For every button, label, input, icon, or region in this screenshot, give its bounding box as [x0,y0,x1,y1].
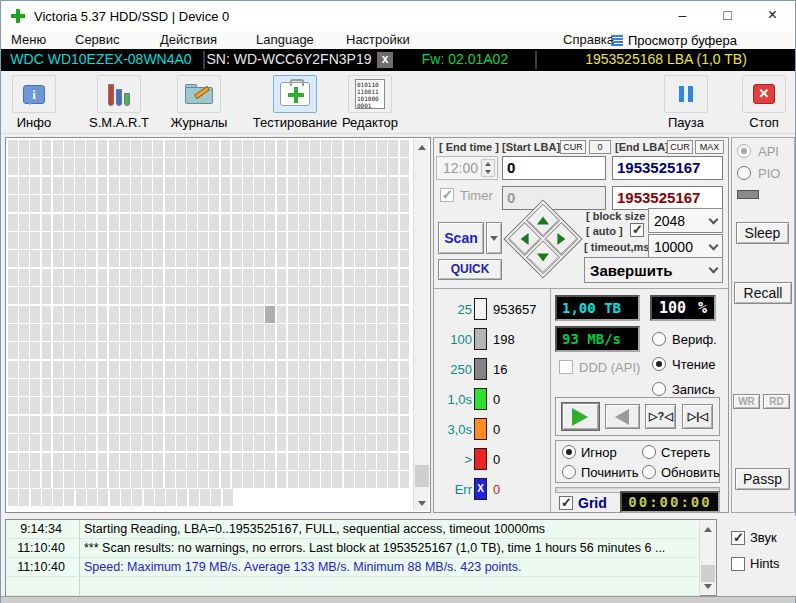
auto-checkbox[interactable] [630,223,644,237]
start-lba-cur-button[interactable]: CUR [560,140,586,154]
read-radio[interactable] [652,357,666,371]
refresh-radio[interactable] [642,465,656,479]
info-button[interactable]: i Инфо [9,75,59,130]
journals-button[interactable]: Журналы [165,75,233,130]
recall-button[interactable]: Recall [734,282,792,304]
end-lba-cur-button[interactable]: CUR [667,140,693,154]
log-scrollbar[interactable] [699,521,715,594]
menu-buffer-view[interactable]: Просмотр буфера [611,31,737,49]
testing-button[interactable]: Тестирование [241,75,349,130]
sound-checkbox[interactable] [731,531,745,545]
block-cell [53,434,63,451]
stop-button[interactable]: ✕ Стоп [737,75,791,130]
scan-dropdown-button[interactable] [486,222,502,254]
ignore-radio[interactable] [562,445,576,459]
block-cell [8,416,18,433]
block-cell [277,342,287,359]
scroll-down-icon[interactable] [414,495,430,511]
sleep-button[interactable]: Sleep [736,222,789,244]
end-lba-input[interactable]: 1953525167 [612,156,723,180]
block-map-scrollbar[interactable] [413,139,429,511]
block-size-combo[interactable]: 2048 [648,208,723,233]
seek-test-button[interactable]: ▷?◁ [645,404,676,429]
scroll-thumb[interactable] [701,565,715,582]
play-button[interactable] [562,403,599,430]
erase-radio[interactable] [642,445,656,459]
menu-language[interactable]: Language [252,31,318,49]
block-cell [388,434,398,451]
block-cell [187,379,197,396]
verify-radio[interactable] [652,332,666,346]
block-cell [187,250,197,267]
stat-row: 100198 [436,324,548,354]
block-cell [265,397,275,414]
block-cell [265,434,275,451]
quick-button[interactable]: QUICK [438,259,502,280]
grid-checkbox[interactable] [559,496,573,510]
block-cell [221,177,231,194]
editor-button[interactable]: 010110 110011 101000 0001 Редактор [339,75,401,130]
testing-label: Тестирование [241,115,349,130]
block-cell [153,177,163,194]
scan-button[interactable]: Scan [438,222,484,254]
timer-input[interactable]: 0 [502,186,606,210]
wr-button[interactable]: WR [733,394,760,409]
block-cell [388,379,398,396]
ddd-checkbox[interactable] [559,360,573,374]
end-lba-label: [End LBA] [615,141,669,153]
minimize-button[interactable]: – [660,1,705,31]
block-cell [209,416,219,433]
dropdown-icon [490,236,498,241]
block-cell [86,195,96,212]
block-cell [187,158,197,175]
scroll-up-icon[interactable] [414,139,430,155]
end-lba-max-button[interactable]: MAX [695,140,724,154]
api-radio[interactable] [737,144,751,158]
pio-radio[interactable] [737,166,751,180]
block-cell [332,158,342,175]
block-cell [131,324,141,341]
menu-main[interactable]: Меню [7,31,50,49]
smart-button[interactable]: S.M.A.R.T [87,75,151,130]
menu-service[interactable]: Сервис [71,31,124,49]
repair-radio[interactable] [562,465,576,479]
hints-checkbox[interactable] [731,557,745,571]
block-map-row [8,434,411,451]
timer-checkbox[interactable] [440,188,454,202]
scroll-up-icon[interactable] [700,521,716,537]
block-cell [86,140,96,157]
menu-help[interactable]: Справка [559,31,618,49]
write-radio[interactable] [652,382,666,396]
block-cell [109,232,119,249]
scroll-thumb[interactable] [415,465,429,487]
passp-button[interactable]: Passp [735,468,790,490]
block-cell [120,232,130,249]
stat-label: 1,0s [436,392,472,407]
spinner-arrows-icon[interactable] [481,159,495,177]
block-cell [8,342,18,359]
menu-actions[interactable]: Действия [156,31,221,49]
block-cell [243,361,253,378]
end-lba-input-2[interactable]: 1953525167 [612,186,723,210]
block-cell [153,195,163,212]
menu-settings[interactable]: Настройки [342,31,414,49]
end-time-spinner[interactable]: 12:00 [436,156,498,180]
timeout-combo[interactable]: 10000 [648,234,723,259]
timer-label: Timer [460,188,493,203]
block-cell [142,471,152,488]
maximize-button[interactable]: □ [705,1,750,31]
start-lba-zero-button[interactable]: 0 [589,140,611,154]
block-cell [176,177,186,194]
close-button[interactable]: × [750,1,795,31]
back-button[interactable] [605,404,640,429]
device-tab-close[interactable]: x [377,52,393,68]
rd-button[interactable]: RD [763,394,790,409]
block-cell [366,232,376,249]
pause-button[interactable]: Пауза [659,75,713,130]
step-button[interactable]: ▷|◁ [682,404,713,429]
finish-action-combo[interactable]: Завершить [584,257,723,283]
block-cell [366,195,376,212]
start-lba-input[interactable]: 0 [502,156,606,180]
block-cell [53,361,63,378]
device-model[interactable]: WDC WD10EZEX-08WN4A0 [1,49,201,71]
